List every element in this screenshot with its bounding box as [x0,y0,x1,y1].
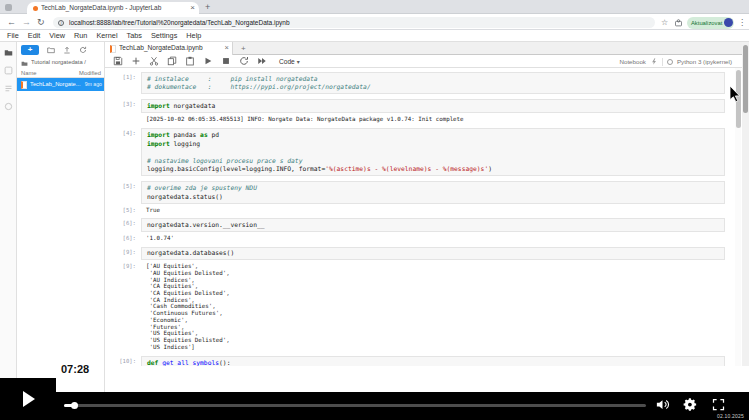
jupyterlab-activity-bar [0,42,17,394]
url-bar[interactable]: i localhost:8888/lab/tree/Tutorial%20nor… [53,17,655,28]
code-cell[interactable]: [1]:# instalace : pip install norgatedat… [105,72,735,94]
execution-count: [4]: [105,128,141,138]
chrome-update-label: Aktualizovat [691,17,722,29]
file-modified: 9m ago [85,78,102,91]
cell-editor[interactable]: def get_all_symbols(): logging.info("Zji… [141,356,725,366]
time-display: 07:28 [61,363,89,375]
execution-count: [6]: [105,218,141,228]
interrupt-kernel-icon[interactable] [221,56,231,66]
restart-kernel-icon[interactable] [239,56,249,66]
menu-run[interactable]: Run [74,31,87,41]
page-scrollbar-thumb[interactable] [743,45,748,113]
execution-count: [10]: [105,356,141,366]
page-scrollbar[interactable] [742,42,749,366]
cell-editor[interactable]: # overime zda je spusteny NDUnorgatedata… [141,181,725,203]
notebook-tab[interactable]: TechLab_NorgateData.ipynb × [105,42,233,55]
execution-count: [9]: [105,247,141,257]
player-control-bar: 02.10.2025 [0,392,749,420]
file-browser-icon[interactable] [4,48,13,57]
code-cell[interactable]: [9]:norgatedata.databases() [105,247,735,261]
extensions-icon[interactable] [674,18,683,27]
column-modified[interactable]: Modified [79,69,101,77]
new-folder-icon[interactable] [47,46,55,54]
notebook-tab-title: TechLab_NorgateData.ipynb [119,42,220,54]
window-icon [5,4,12,11]
add-tab-icon[interactable]: + [241,42,246,55]
kernel-name[interactable]: Python 3 (ipykernel) [677,58,732,65]
code-cell[interactable]: [10]:def get_all_symbols(): logging.info… [105,356,735,366]
refresh-icon[interactable] [79,46,87,54]
fullscreen-icon[interactable] [711,397,726,412]
profile-avatar[interactable] [724,18,733,27]
tab-close-icon[interactable]: × [190,2,195,14]
cell-editor[interactable]: import norgatedata [141,99,725,113]
execution-count: [5]: [105,181,141,191]
file-list-header[interactable]: Name Modified [17,69,104,78]
menu-settings[interactable]: Settings [151,31,177,41]
insert-cell-icon[interactable] [131,56,141,66]
forward-icon[interactable]: → [22,15,31,30]
upload-icon[interactable] [63,46,71,54]
cell-output: '1.0.74' [141,234,725,243]
new-tab-button[interactable]: + [205,0,210,14]
copy-cells-icon[interactable] [167,56,177,66]
toolbar-separator [662,58,663,66]
cell-output: True [141,206,725,215]
cell-type-dropdown[interactable]: Code ▾ [279,58,300,65]
chevron-down-icon: ▾ [297,58,300,65]
settings-gear-icon[interactable] [683,397,698,412]
cell-editor[interactable]: # instalace : pip install norgatedata# d… [141,72,725,94]
progress-handle[interactable] [71,402,78,409]
cut-cells-icon[interactable] [149,56,159,66]
reload-icon[interactable]: ↻ [37,15,45,30]
menu-help[interactable]: Help [186,31,201,41]
notebook-tab-close-icon[interactable]: × [225,42,229,54]
browser-tab-strip: TechLab_NorgateData.ipynb - JupyterLab ×… [0,0,749,14]
execution-count: [5]: [105,206,141,214]
notebook-scrollbar[interactable] [735,68,741,366]
mouse-cursor [729,86,741,103]
cell-editor[interactable]: import pandas as pdimport logging# nasta… [141,128,725,176]
save-icon[interactable] [113,56,123,66]
volume-icon[interactable] [655,397,670,412]
new-launcher-button[interactable]: + [21,45,39,55]
play-button[interactable] [0,378,56,420]
progress-bar[interactable] [64,404,646,407]
run-cell-icon[interactable] [203,56,213,66]
breadcrumb[interactable]: Tutorial norgatedata / [17,58,104,68]
jupyter-favicon-icon [33,6,38,11]
code-cell[interactable]: [3]:import norgatedata [105,99,735,113]
url-text[interactable]: localhost:8888/lab/tree/Tutorial%20norga… [69,17,649,28]
extension-manager-icon[interactable] [4,102,13,111]
site-info-icon[interactable]: i [58,20,64,26]
chrome-update-button[interactable]: Aktualizovat [687,17,734,29]
kernel-status-icon[interactable] [667,59,673,65]
file-browser-panel: + Tutorial norgatedata / Name Modified [17,42,105,394]
table-of-contents-icon[interactable] [4,84,13,93]
menu-file[interactable]: File [7,31,19,41]
menu-tabs[interactable]: Tabs [127,31,142,41]
code-cell[interactable]: [5]:# overime zda je spusteny NDUnorgate… [105,181,735,203]
paste-cells-icon[interactable] [185,56,195,66]
output-area: [6]:'1.0.74' [105,234,735,243]
cell-editor[interactable]: norgatedata.databases() [141,247,725,261]
browser-tab[interactable]: TechLab_NorgateData.ipynb - JupyterLab × [27,2,199,14]
running-sessions-icon[interactable] [4,66,13,75]
browser-menu-icon[interactable]: ⋮ [738,15,746,30]
cell-editor[interactable]: norgatedata.version.__version__ [141,218,725,232]
restart-run-all-icon[interactable] [257,56,267,66]
document-tab-bar: TechLab_NorgateData.ipynb × + [105,42,742,55]
menu-view[interactable]: View [49,31,65,41]
code-cell[interactable]: [4]:import pandas as pdimport logging# n… [105,128,735,176]
notebook-toolbar: Code ▾ Notebook Python 3 (ipykernel) [105,55,742,68]
code-cell[interactable]: [6]:norgatedata.version.__version__ [105,218,735,232]
output-area: [5]:True [105,206,735,215]
menu-kernel[interactable]: Kernel [96,31,117,41]
back-icon[interactable]: ← [7,15,16,30]
execution-count: [1]: [105,72,141,82]
column-name[interactable]: Name [21,69,36,77]
browser-toolbar: ← → ↻ i localhost:8888/lab/tree/Tutorial… [0,15,749,30]
file-list-item-selected[interactable]: TechLab_Norgate... 9m ago [17,78,104,91]
bookmark-star-icon[interactable]: ☆ [661,15,668,30]
menu-edit[interactable]: Edit [28,31,41,41]
